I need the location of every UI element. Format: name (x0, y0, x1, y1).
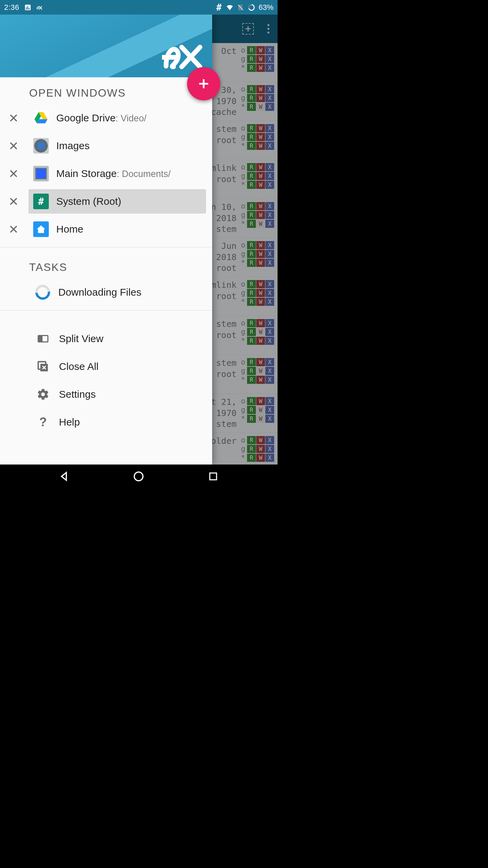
window-title: System (Root) (56, 196, 121, 207)
tasks-title: TASKS (0, 252, 212, 278)
root-icon: # (33, 194, 49, 209)
divider (0, 247, 212, 248)
action-help[interactable]: ? Help (0, 408, 212, 436)
action-label: Help (59, 416, 80, 428)
window-item-storage[interactable]: Main Storage: Documents/ (28, 161, 206, 186)
google-drive-icon (33, 110, 49, 126)
add-window-fab[interactable] (187, 67, 220, 100)
navigation-bar (0, 465, 278, 488)
window-path: : Video/ (116, 113, 146, 123)
action-close-all[interactable]: Close All (0, 353, 212, 380)
status-clock: 2:36 (4, 3, 19, 12)
action-settings[interactable]: Settings (0, 380, 212, 408)
window-title: Images (56, 140, 89, 152)
window-row-home: Home (0, 215, 212, 243)
home-button[interactable] (132, 470, 145, 483)
divider (0, 310, 212, 311)
wifi-icon (226, 4, 233, 11)
no-sim-icon (237, 4, 244, 11)
window-title: Main Storage (56, 168, 117, 179)
action-label: Split View (59, 333, 103, 344)
action-label: Settings (59, 389, 96, 400)
window-item-home[interactable]: Home (28, 217, 206, 241)
close-all-icon (35, 359, 51, 374)
svg-rect-1 (26, 7, 26, 9)
svg-rect-17 (42, 336, 47, 341)
action-split-view[interactable]: Split View (0, 325, 212, 353)
spinner-icon (32, 282, 53, 303)
battery-ring-icon (248, 4, 255, 11)
split-view-icon (35, 331, 51, 347)
task-item-downloading[interactable]: Downloading Files (0, 278, 212, 306)
navigation-drawer: OPEN WINDOWS Google Drive: Video/ (0, 15, 212, 465)
recents-button[interactable] (206, 470, 220, 483)
storage-icon (33, 166, 49, 181)
drawer-header (0, 15, 212, 77)
window-row-gdrive: Google Drive: Video/ (0, 104, 212, 132)
window-item-images[interactable]: Images (28, 134, 206, 158)
close-window-images[interactable] (6, 138, 21, 153)
svg-rect-2 (27, 6, 28, 9)
scrim[interactable] (212, 15, 278, 465)
window-row-images: Images (0, 132, 212, 160)
window-path: : Documents/ (117, 169, 170, 179)
window-row-root: # System (Root) (0, 188, 212, 215)
notification-fx-icon (36, 4, 44, 11)
svg-rect-3 (29, 7, 29, 9)
notification-chart-icon (24, 4, 32, 11)
back-button[interactable] (58, 470, 71, 483)
battery-percentage: 63% (259, 3, 273, 12)
gear-icon (35, 387, 51, 402)
window-row-storage: Main Storage: Documents/ (0, 160, 212, 188)
home-icon (33, 221, 49, 237)
open-windows-title: OPEN WINDOWS (0, 77, 212, 104)
hash-icon: # (215, 4, 223, 11)
help-icon: ? (35, 414, 51, 430)
window-title: Google Drive (56, 112, 116, 123)
action-label: Close All (59, 361, 99, 372)
window-item-root[interactable]: # System (Root) (28, 189, 206, 214)
close-window-home[interactable] (6, 222, 21, 237)
window-item-gdrive[interactable]: Google Drive: Video/ (28, 106, 206, 130)
close-window-storage[interactable] (6, 166, 21, 181)
task-label: Downloading Files (58, 287, 141, 298)
svg-point-24 (135, 472, 143, 481)
close-window-root[interactable] (6, 194, 21, 209)
window-title: Home (56, 223, 83, 235)
images-icon (33, 138, 49, 154)
svg-rect-25 (210, 473, 217, 480)
close-window-gdrive[interactable] (6, 111, 21, 125)
status-bar: 2:36 # 63% (0, 0, 278, 15)
